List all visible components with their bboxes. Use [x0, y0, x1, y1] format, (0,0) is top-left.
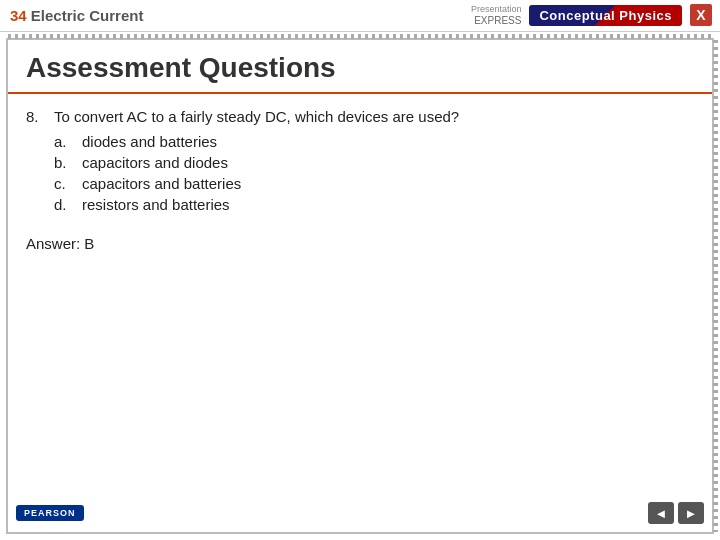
choice-a: a. diodes and batteries [54, 133, 694, 150]
chapter-number: 34 [10, 7, 27, 24]
header: 34 Electric Current Presentation EXPRESS… [0, 0, 720, 32]
choice-c: c. capacitors and batteries [54, 175, 694, 192]
question-block: 8. To convert AC to a fairly steady DC, … [8, 108, 712, 217]
question-number: 8. [26, 108, 54, 125]
conceptual-physics-badge: Conceptual Physics [529, 5, 682, 26]
presentation-express-logo: Presentation EXPRESS [471, 4, 522, 27]
choice-d: d. resistors and batteries [54, 196, 694, 213]
nav-buttons: ◄ ► [648, 502, 704, 524]
choice-letter-b: b. [54, 154, 82, 171]
question-row: 8. To convert AC to a fairly steady DC, … [26, 108, 694, 125]
choice-letter-c: c. [54, 175, 82, 192]
close-button[interactable]: X [690, 4, 712, 26]
choice-letter-a: a. [54, 133, 82, 150]
choice-text-b: capacitors and diodes [82, 154, 228, 171]
section-title: Assessment Questions [8, 40, 712, 94]
main-content: Assessment Questions 8. To convert AC to… [6, 38, 714, 534]
chapter-title: Electric Current [31, 7, 144, 24]
chapter-info: 34 Electric Current [10, 7, 143, 24]
answer-label: Answer: B [26, 235, 94, 252]
question-text: To convert AC to a fairly steady DC, whi… [54, 108, 459, 125]
choice-letter-d: d. [54, 196, 82, 213]
footer: PEARSON ◄ ► [16, 502, 704, 524]
choices-list: a. diodes and batteries b. capacitors an… [54, 133, 694, 213]
choice-b: b. capacitors and diodes [54, 154, 694, 171]
header-right: Presentation EXPRESS Conceptual Physics … [471, 4, 712, 27]
pearson-logo: PEARSON [16, 505, 84, 521]
prev-button[interactable]: ◄ [648, 502, 674, 524]
choice-text-a: diodes and batteries [82, 133, 217, 150]
choice-text-d: resistors and batteries [82, 196, 230, 213]
choice-text-c: capacitors and batteries [82, 175, 241, 192]
next-button[interactable]: ► [678, 502, 704, 524]
answer-block: Answer: B [8, 217, 712, 252]
